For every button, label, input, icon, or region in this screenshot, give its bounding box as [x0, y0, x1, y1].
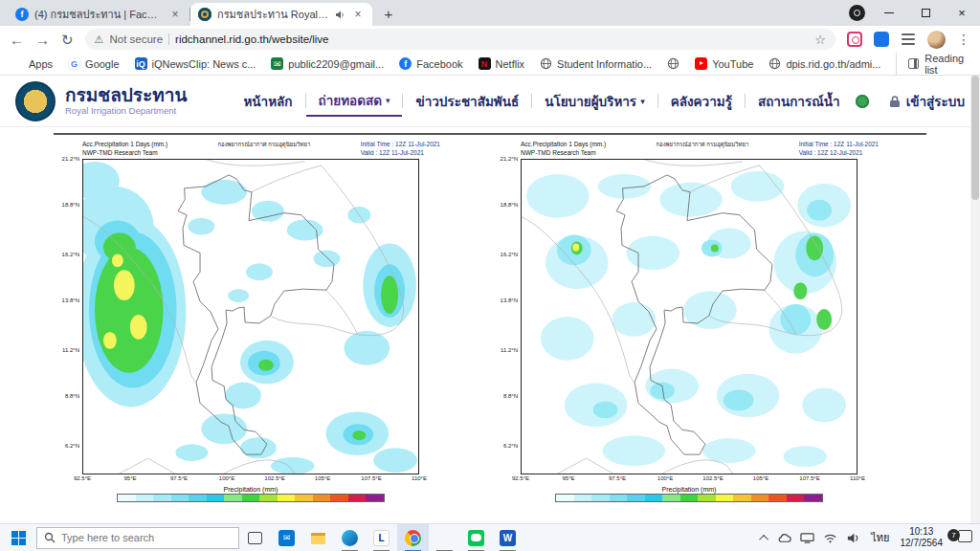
reading-list-icon [908, 58, 919, 69]
l-app-button[interactable]: L [366, 524, 397, 551]
scrollbar-thumb[interactable] [971, 76, 979, 200]
colorbar-segment [207, 495, 225, 501]
lat-tick: 16.2°N [501, 252, 518, 257]
tab-rid-live[interactable]: กรมชลประทาน Royal Irrigation × [190, 3, 372, 26]
nav-home[interactable]: หน้าหลัก [231, 87, 304, 116]
profile-avatar[interactable] [927, 31, 946, 49]
lat-tick: 18.8°N [501, 202, 518, 208]
forecast-maps: Acc.Precipitation 1 Days (mm.) NWP-TMD R… [57, 139, 980, 502]
reading-list-button[interactable]: Reading list [896, 53, 969, 76]
page-content: Acc.Precipitation 1 Days (mm.) NWP-TMD R… [0, 127, 980, 523]
file-explorer-button[interactable] [302, 524, 334, 551]
word-app-button[interactable]: W [492, 524, 523, 551]
bookmark-globe-only[interactable] [667, 57, 679, 70]
bookmark-facebook[interactable]: f Facebook [399, 57, 462, 70]
browser-toolbar: ← → ↻ ⚠ Not secure ridchannel.rid.go.th/… [0, 26, 980, 53]
network-icon[interactable] [823, 532, 837, 544]
task-view-button[interactable] [239, 524, 271, 551]
bookmark-netflix[interactable]: N Netflix [479, 57, 525, 70]
audio-speaker-icon[interactable] [335, 10, 345, 20]
notification-icon [958, 530, 972, 542]
globe-icon [667, 57, 679, 70]
lon-tick: 105°E [315, 475, 330, 481]
windows-logo-icon [11, 531, 26, 545]
edge-app-button[interactable] [334, 524, 366, 551]
nav-label: ถ่ายทอดสด [319, 90, 382, 111]
microsoft-app-button[interactable] [429, 524, 460, 551]
bookmark-student-info[interactable]: Student Informatio... [540, 57, 652, 70]
new-tab-button[interactable]: + [378, 3, 399, 24]
tab-facebook[interactable]: f (4) กรมชลประทาน | Facebook × [8, 3, 189, 26]
address-bar[interactable]: ⚠ Not secure ridchannel.rid.go.th/websit… [85, 29, 835, 50]
extension-camera-icon[interactable] [847, 32, 862, 47]
search-input[interactable] [61, 532, 214, 543]
windows-taskbar: ✉ L W ไทย 10:13 12/7/2564 7 [0, 523, 980, 551]
tab-close-icon[interactable]: × [351, 8, 365, 21]
bookmark-google[interactable]: G Google [68, 57, 119, 70]
nav-live-broadcast[interactable]: ถ่ายทอดสด▾ [306, 86, 403, 117]
nav-executive-policy[interactable]: นโยบายผู้บริหาร▾ [532, 87, 657, 116]
bookmark-dpis[interactable]: dpis.rid.go.th/admi... [768, 57, 880, 70]
display-icon[interactable] [800, 532, 814, 544]
start-button[interactable] [0, 524, 36, 551]
rid-department-logo[interactable] [15, 81, 56, 121]
search-icon [44, 532, 56, 543]
site-title: กรมชลประทาน [65, 86, 187, 106]
chrome-app-button[interactable] [397, 524, 429, 551]
forward-button[interactable]: → [35, 33, 50, 47]
extension-blue-icon[interactable] [874, 32, 889, 47]
line-app-button[interactable] [460, 524, 492, 551]
map-subtitle: NWP-TMD Research Team [82, 148, 167, 157]
action-center-button[interactable]: 7 [951, 528, 972, 547]
browser-menu-icon[interactable]: ⋮ [957, 32, 970, 47]
nav-water-situation[interactable]: สถานการณ์น้ำ [746, 87, 853, 116]
tray-expand-icon[interactable] [759, 534, 768, 543]
media-controls-button[interactable] [849, 5, 865, 21]
colorbar-segment [787, 495, 805, 501]
site-identity: กรมชลประทาน Royal Irrigation Department [65, 86, 187, 117]
login-button[interactable]: เข้าสู่ระบบ [889, 91, 965, 112]
language-indicator[interactable]: ไทย [869, 529, 891, 546]
url-text[interactable]: ridchannel.rid.go.th/website/live [175, 33, 809, 45]
window-maximize-button[interactable] [907, 0, 944, 26]
back-button[interactable]: ← [10, 33, 24, 47]
tab-close-icon[interactable]: × [168, 8, 182, 21]
edge-icon [342, 530, 358, 546]
precipitation-colorbar [555, 494, 823, 502]
security-warning-icon[interactable]: ⚠ [95, 33, 104, 46]
bookmark-gmail[interactable]: ✉ public2209@gmail... [271, 57, 384, 70]
window-close-button[interactable]: × [944, 0, 980, 26]
volume-icon[interactable] [846, 532, 860, 544]
mail-icon: ✉ [271, 57, 283, 70]
lon-tick: 97.5°E [609, 475, 626, 481]
nav-news[interactable]: ข่าวประชาสัมพันธ์ [403, 87, 531, 116]
apps-shortcut[interactable]: Apps [11, 58, 53, 70]
longitude-axis: 92.5°E 95°E 97.5°E 100°E 102.5°E 105°E 1… [82, 474, 419, 484]
window-minimize-button[interactable] [871, 0, 907, 26]
colorbar-label: Precipitation (mm) [82, 486, 419, 493]
nav-knowledge[interactable]: คลังความรู้ [658, 87, 745, 116]
bookmark-iqnewsclip[interactable]: iQ iQNewsClip: News c... [135, 57, 256, 70]
map-valid-time: Valid : 12Z 11-Jul-2021 [361, 148, 440, 157]
nav-label: สถานการณ์น้ำ [758, 91, 840, 112]
window-controls: × [871, 0, 980, 26]
system-tray: ไทย 10:13 12/7/2564 7 [762, 526, 980, 550]
facebook-favicon-icon: f [15, 8, 29, 21]
lon-tick: 102.5°E [702, 475, 723, 481]
youtube-icon [695, 57, 707, 70]
onedrive-cloud-icon[interactable] [777, 532, 791, 544]
mail-app-button[interactable]: ✉ [271, 524, 302, 551]
bookmark-youtube[interactable]: YouTube [695, 57, 753, 70]
map-plot-area [82, 159, 419, 474]
bookmark-star-icon[interactable]: ☆ [814, 33, 826, 47]
lon-tick: 102.5°E [264, 475, 284, 481]
colorbar-segment [556, 495, 574, 501]
taskbar-clock[interactable]: 10:13 12/7/2564 [901, 526, 944, 550]
colorbar-segment [574, 495, 592, 501]
bookmark-label: iQNewsClip: News c... [152, 58, 256, 70]
page-scrollbar[interactable] [970, 76, 980, 523]
extension-sliders-icon[interactable] [901, 32, 916, 47]
reload-button[interactable]: ↻ [61, 33, 74, 47]
taskbar-search[interactable] [36, 527, 239, 549]
security-label: Not secure [109, 33, 163, 45]
